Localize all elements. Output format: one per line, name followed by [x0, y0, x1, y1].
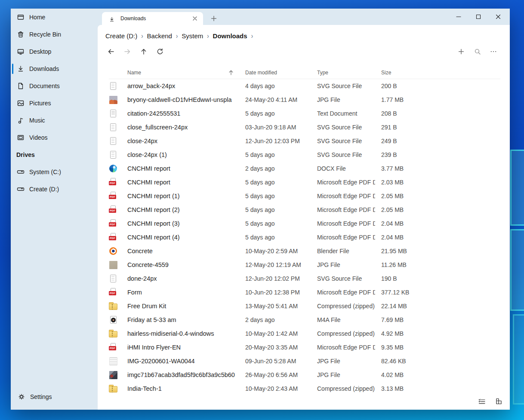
file-row[interactable]: PDFCNCHMI report (2)5 days agoMicrosoft …: [109, 203, 509, 217]
forward-button[interactable]: [120, 45, 134, 58]
drive-icon: [17, 168, 25, 176]
breadcrumb-item-downloads[interactable]: Downloads: [213, 32, 247, 40]
file-row[interactable]: PDFCNCHMI report (4)5 days agoMicrosoft …: [109, 230, 509, 244]
file-name: imgc71b67acab3dfad5f9c6bf3a9c5b60: [127, 371, 245, 378]
sidebar-item-pictures[interactable]: Pictures: [11, 95, 98, 112]
file-row[interactable]: arrow_back-24px4 days agoSVG Source File…: [109, 79, 509, 93]
sidebar-item-home[interactable]: Home: [11, 9, 98, 26]
search-button[interactable]: [471, 45, 484, 58]
file-row[interactable]: Friday at 5-33 am2 days agoM4A File7.69 …: [109, 313, 509, 327]
file-row[interactable]: PDFCNCHMI report (1)5 days agoMicrosoft …: [109, 189, 509, 203]
file-name: India-Tech-1: [127, 385, 245, 392]
close-button[interactable]: [488, 9, 508, 25]
file-size: 4.02 MB: [381, 371, 428, 378]
column-header-date[interactable]: Date modified: [245, 70, 317, 76]
file-name: bryony-caldwell-cD1fvHEdwwI-unspla: [127, 96, 245, 103]
sidebar-item-system-c[interactable]: System (C:): [11, 163, 98, 181]
file-type: JPG File: [317, 358, 375, 365]
tab-close-icon[interactable]: [191, 15, 199, 22]
desktop-icon: [17, 48, 25, 55]
sidebar-item-music[interactable]: Music: [11, 112, 98, 129]
details-view-icon[interactable]: [477, 397, 487, 406]
titlebar: Downloads: [98, 9, 510, 25]
more-options-button[interactable]: [487, 45, 500, 58]
file-date: 10-Jun-20 12:38 PM: [245, 289, 317, 296]
m4a-icon: [109, 316, 117, 324]
videos-icon: [17, 134, 25, 141]
breadcrumb-item-backend[interactable]: Backend: [147, 32, 172, 40]
file-type: Blender File: [317, 248, 375, 254]
sidebar-item-desktop[interactable]: Desktop: [11, 43, 98, 60]
selection-indicator: [12, 64, 13, 74]
file-name: CNCHMI report: [127, 165, 245, 172]
file-row[interactable]: bryony-caldwell-cD1fvHEdwwI-unspla24-May…: [109, 93, 509, 107]
chevron-right-icon: ›: [141, 32, 143, 40]
files-app-window: HomeRecycle BinDesktopDownloadsDocuments…: [11, 9, 510, 410]
file-type: Compressed (zipped) Folder: [317, 330, 375, 337]
sidebar-item-videos[interactable]: Videos: [11, 129, 98, 146]
file-row[interactable]: India-Tech-110-May-20 2:43 AMCompressed …: [109, 382, 509, 395]
column-header-name[interactable]: Name: [127, 69, 245, 77]
new-tab-button[interactable]: [209, 13, 219, 24]
sidebar-item-create-d[interactable]: Create (D:): [11, 181, 98, 198]
file-name: CNCHMI report (2): [127, 206, 245, 213]
file-row[interactable]: close-24px12-Jun-20 12:03 PMSVG Source F…: [109, 134, 509, 148]
file-type: Microsoft Edge PDF Document: [317, 193, 375, 199]
desktop-wallpaper: HomeRecycle BinDesktopDownloadsDocuments…: [0, 0, 524, 420]
toolbar: [98, 43, 510, 60]
sidebar-item-settings[interactable]: Settings: [11, 389, 98, 405]
chevron-right-icon: ›: [176, 32, 178, 40]
back-button[interactable]: [104, 45, 118, 58]
jpg-thumb-bryony-icon: [109, 95, 117, 104]
layout-panes-icon[interactable]: [494, 397, 504, 406]
refresh-button[interactable]: [153, 45, 167, 58]
file-row[interactable]: CNCHMI report2 days agoDOCX File3.77 MB: [109, 162, 509, 175]
file-row[interactable]: IMG-20200601-WA004409-Jun-20 5:28 AMJPG …: [109, 354, 509, 368]
sidebar-item-recycle-bin[interactable]: Recycle Bin: [11, 26, 98, 43]
minimize-button[interactable]: [449, 9, 469, 25]
file-row[interactable]: PDFiHMI Intro Flyer-EN20-May-20 3:35 AMM…: [109, 340, 509, 354]
file-type: JPG File: [317, 261, 375, 268]
column-header-type[interactable]: Type: [317, 70, 381, 76]
pdf-icon: PDF: [109, 343, 117, 352]
zip-icon: [109, 302, 117, 310]
list-header: Name Date modified Type Size: [109, 66, 500, 79]
file-row[interactable]: done-24px12-Jun-20 12:02 PMSVG Source Fi…: [109, 272, 509, 285]
file-row[interactable]: citation-2425555315 days agoText Documen…: [109, 107, 509, 120]
file-size: 3.77 MB: [381, 165, 428, 172]
sidebar-item-documents[interactable]: Documents: [11, 77, 98, 95]
file-row[interactable]: hairless-midiserial-0.4-windows10-May-20…: [109, 327, 509, 340]
file-size: 291 B: [381, 124, 428, 131]
file-name: CNCHMI report: [127, 179, 245, 186]
file-date: 2 days ago: [245, 165, 317, 172]
file-row[interactable]: Concrete-455912-May-20 12:19 AMJPG File1…: [109, 258, 509, 272]
file-row[interactable]: close-24px (1)5 days agoSVG Source File2…: [109, 148, 509, 162]
settings-label: Settings: [30, 393, 52, 400]
file-row[interactable]: close_fullscreen-24px03-Jun-20 9:18 AMSV…: [109, 120, 509, 134]
sidebar-item-downloads[interactable]: Downloads: [11, 60, 98, 77]
downloads-icon: [17, 65, 25, 73]
sidebar-item-label: Home: [29, 14, 45, 21]
file-name: CNCHMI report (3): [127, 220, 245, 227]
edge-icon: [109, 164, 117, 173]
file-row[interactable]: PDFCNCHMI report (3)5 days agoMicrosoft …: [109, 217, 509, 230]
up-button[interactable]: [137, 45, 151, 58]
file-row[interactable]: PDFForm10-Jun-20 12:38 PMMicrosoft Edge …: [109, 285, 509, 299]
file-size: 239 B: [381, 151, 428, 158]
breadcrumb-item-system[interactable]: System: [182, 32, 203, 40]
column-header-size[interactable]: Size: [381, 70, 428, 76]
file-type: Microsoft Edge PDF Document: [317, 179, 375, 186]
breadcrumb-item-create-d[interactable]: Create (D:): [105, 32, 137, 40]
file-row[interactable]: Free Drum Kit13-May-20 5:41 AMCompressed…: [109, 299, 509, 313]
file-date: 12-May-20 12:19 AM: [245, 261, 317, 268]
svg-doc-icon: [109, 123, 117, 132]
new-item-button[interactable]: [454, 45, 468, 58]
file-name: hairless-midiserial-0.4-windows: [127, 330, 245, 337]
file-row[interactable]: Concrete10-May-20 2:59 AMBlender File21.…: [109, 244, 509, 258]
file-row[interactable]: PDFCNCHMI report5 days agoMicrosoft Edge…: [109, 175, 509, 189]
file-row[interactable]: imgc71b67acab3dfad5f9c6bf3a9c5b6026-May-…: [109, 368, 509, 382]
file-type: Text Document: [317, 110, 375, 117]
tab-downloads[interactable]: Downloads: [102, 12, 203, 25]
jpg-thumb-receipt-icon: [109, 357, 117, 365]
maximize-button[interactable]: [469, 9, 488, 25]
